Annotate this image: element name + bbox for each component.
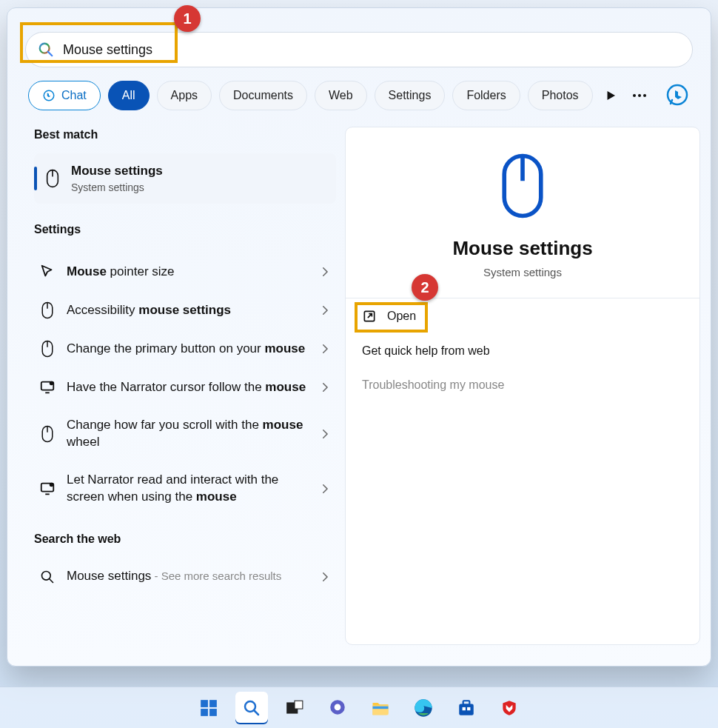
detail-title: Mouse settings	[452, 237, 592, 260]
troubleshoot-label: Troubleshooting my mouse	[362, 378, 504, 392]
taskbar-edge[interactable]	[407, 692, 440, 724]
filter-documents-label: Documents	[233, 89, 293, 102]
results-column: Best match Mouse settings System setting…	[34, 128, 336, 596]
windows-icon	[199, 698, 218, 718]
more-icon[interactable]	[631, 87, 648, 104]
monitor-icon	[39, 379, 56, 395]
chevron-right-icon	[318, 342, 332, 355]
filter-documents[interactable]: Documents	[219, 81, 307, 110]
search-panel: Mouse settings Chat All Apps Documents W…	[7, 7, 711, 667]
bing-icon	[42, 89, 56, 102]
filter-settings-label: Settings	[389, 89, 432, 102]
settings-item-narrator-follow[interactable]: Have the Narrator cursor follow the mous…	[34, 368, 336, 407]
filter-apps-label: Apps	[171, 89, 198, 102]
settings-item-primary-button[interactable]: Change the primary button on your mouse	[34, 330, 336, 368]
svg-rect-27	[209, 700, 217, 707]
filter-chat[interactable]: Chat	[28, 81, 101, 110]
svg-point-35	[335, 704, 341, 710]
bing-chat-icon[interactable]	[665, 83, 690, 108]
chevron-right-icon	[318, 381, 332, 394]
settings-item-narrator-read[interactable]: Let Narrator read and interact with the …	[34, 461, 336, 516]
svg-line-22	[50, 578, 53, 582]
section-settings: Settings	[34, 223, 336, 236]
taskbar-search[interactable]	[235, 692, 268, 724]
svg-rect-40	[463, 701, 470, 704]
settings-item-accessibility-mouse[interactable]: Accessibility mouse settings	[34, 291, 336, 330]
settings-item-label: Change how far you scroll with the mouse…	[67, 417, 308, 451]
svg-line-31	[254, 710, 258, 715]
svg-rect-39	[459, 704, 474, 715]
mouse-icon	[41, 340, 54, 358]
settings-item-label: Mouse pointer size	[67, 264, 308, 281]
web-result-label: Mouse settings - See more search results	[67, 568, 308, 585]
chevron-right-icon	[318, 427, 332, 441]
monitor-icon	[39, 481, 56, 497]
settings-item-label: Let Narrator read and interact with the …	[67, 472, 308, 506]
taskbar-chat[interactable]	[321, 692, 354, 724]
svg-rect-28	[201, 709, 208, 716]
search-icon	[243, 699, 261, 717]
folder-icon	[370, 698, 391, 718]
quick-help-row[interactable]: Get quick help from web	[355, 334, 691, 368]
quick-help-label: Get quick help from web	[362, 344, 490, 358]
mouse-large-icon	[496, 153, 549, 219]
annotation-badge-2: 2	[412, 274, 438, 301]
filter-settings[interactable]: Settings	[375, 81, 446, 110]
detail-pane: Mouse settings System settings Open Get …	[345, 127, 700, 645]
svg-rect-29	[209, 709, 217, 716]
settings-item-label: Have the Narrator cursor follow the mous…	[67, 379, 308, 396]
taskbar-mcafee[interactable]	[493, 692, 526, 724]
mouse-icon	[43, 169, 62, 188]
mouse-icon	[41, 425, 54, 443]
svg-point-3	[633, 94, 636, 97]
store-icon	[457, 698, 476, 718]
filter-web-label: Web	[329, 89, 353, 102]
svg-rect-42	[467, 707, 470, 709]
pointer-icon	[39, 264, 56, 280]
mouse-icon	[41, 301, 54, 319]
filter-folders[interactable]: Folders	[452, 81, 520, 110]
filter-web[interactable]: Web	[315, 81, 367, 110]
svg-rect-41	[463, 707, 466, 709]
settings-list: Mouse pointer size Accessibility mouse s…	[34, 253, 336, 516]
play-icon[interactable]	[604, 89, 617, 102]
settings-item-pointer-size[interactable]: Mouse pointer size	[34, 253, 336, 291]
filter-apps[interactable]: Apps	[157, 81, 212, 110]
svg-rect-26	[201, 700, 208, 707]
chevron-right-icon	[318, 570, 332, 584]
taskbar-start[interactable]	[192, 692, 225, 724]
taskbar-taskview[interactable]	[278, 692, 311, 724]
mcafee-icon	[500, 698, 519, 718]
best-match-item[interactable]: Mouse settings System settings	[34, 153, 336, 204]
chat-icon	[328, 698, 347, 718]
taskbar-store[interactable]	[450, 692, 483, 724]
taskbar-explorer[interactable]	[364, 692, 397, 724]
section-best-match: Best match	[34, 128, 336, 141]
chevron-right-icon	[318, 265, 332, 278]
filter-photos[interactable]: Photos	[528, 81, 593, 110]
svg-rect-37	[373, 706, 389, 709]
search-icon	[40, 570, 55, 584]
svg-point-4	[638, 94, 641, 97]
troubleshoot-row[interactable]: Troubleshooting my mouse	[355, 368, 691, 402]
filter-photos-label: Photos	[542, 89, 579, 102]
chevron-right-icon	[318, 304, 332, 317]
annotation-badge-1: 1	[174, 5, 201, 32]
taskview-icon	[285, 698, 304, 718]
filter-row: Chat All Apps Documents Web Settings Fol…	[28, 81, 690, 110]
section-search-web: Search the web	[34, 532, 336, 546]
filter-all-label: All	[122, 89, 135, 102]
annotation-highlight-1	[20, 22, 178, 63]
best-match-title: Mouse settings	[71, 164, 163, 178]
filter-all[interactable]: All	[108, 81, 150, 110]
svg-point-5	[643, 94, 646, 97]
svg-rect-33	[295, 701, 303, 709]
best-match-subtitle: System settings	[71, 181, 163, 193]
taskbar	[0, 687, 718, 728]
annotation-highlight-2	[355, 302, 428, 333]
settings-item-label: Accessibility mouse settings	[67, 302, 308, 319]
settings-item-scroll-wheel[interactable]: Change how far you scroll with the mouse…	[34, 407, 336, 461]
web-result-item[interactable]: Mouse settings - See more search results	[34, 558, 336, 596]
filter-chat-label: Chat	[61, 89, 87, 102]
svg-point-15	[50, 381, 54, 386]
